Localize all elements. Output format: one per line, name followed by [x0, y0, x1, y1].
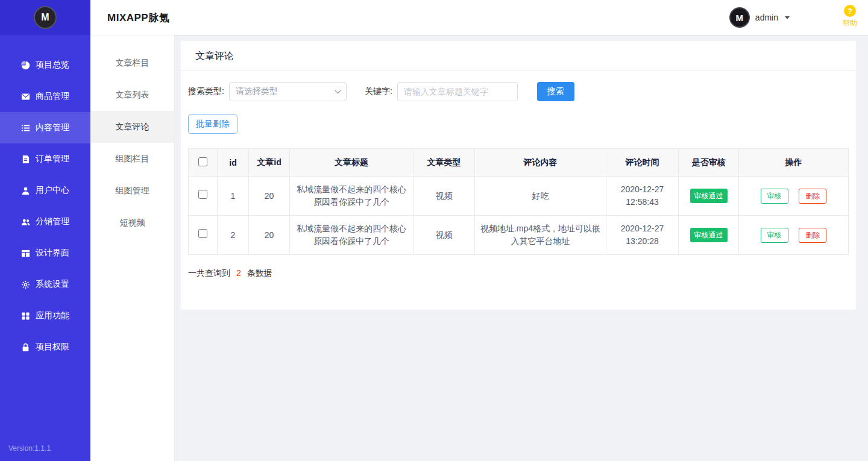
submenu-item-article-categories[interactable]: 文章栏目 — [90, 47, 174, 79]
cell-content: 视频地址.mp4格式，地址可以嵌入其它平台地址 — [475, 216, 606, 255]
question-mark-icon: ? — [844, 5, 856, 17]
cell-type: 视频 — [414, 177, 475, 216]
layout-icon — [21, 249, 30, 258]
sidebar-item-product-management[interactable]: 商品管理 — [0, 81, 90, 112]
select-all-cell — [189, 149, 218, 177]
content-card: 文章评论 搜索类型: 请选择类型 关键字: 搜索 批量删除 — [181, 41, 856, 310]
table-header-row: id 文章id 文章标题 文章类型 评论内容 评论时间 是否审核 操作 — [189, 149, 849, 177]
cell-article-id: 20 — [249, 216, 290, 255]
user-menu[interactable]: M admin — [729, 7, 790, 28]
col-header-audit: 是否审核 — [679, 149, 739, 177]
sidebar-item-label: 内容管理 — [36, 122, 69, 133]
secondary-sidebar: 文章栏目 文章列表 文章评论 组图栏目 组图管理 短视频 — [90, 35, 175, 461]
users-icon — [21, 218, 30, 227]
cell-id: 1 — [218, 177, 249, 216]
table-row: 1 20 私域流量做不起来的四个核心原因看你踩中了几个 视频 好吃 2020-1… — [189, 177, 849, 216]
app-root: M 项目总览 商品管理 内容管理 — [0, 0, 868, 461]
app-title: MIXAPP脉氪 — [107, 11, 169, 25]
mail-icon — [21, 92, 30, 101]
sidebar-item-project-permissions[interactable]: 项目权限 — [0, 331, 90, 363]
submenu-item-short-videos[interactable]: 短视频 — [90, 207, 174, 239]
sidebar-item-design-interface[interactable]: 设计界面 — [0, 237, 90, 269]
submenu-item-gallery-categories[interactable]: 组图栏目 — [90, 143, 174, 175]
sidebar-item-label: 商品管理 — [36, 91, 69, 102]
version-label: Version:1.1.1 — [8, 444, 51, 453]
sidebar-item-label: 分销管理 — [36, 216, 69, 227]
help-button[interactable]: ? 帮助 — [843, 5, 857, 28]
sidebar-item-app-functions[interactable]: 应用功能 — [0, 300, 90, 331]
sidebar-item-label: 系统设置 — [36, 279, 69, 290]
col-header-type: 文章类型 — [414, 149, 475, 177]
audit-button[interactable]: 审核 — [761, 189, 788, 204]
cell-content: 好吃 — [475, 177, 606, 216]
sidebar-item-user-center[interactable]: 用户中心 — [0, 175, 90, 206]
chevron-down-icon — [785, 16, 790, 19]
pie-chart-icon — [21, 61, 30, 70]
row-checkbox[interactable] — [198, 229, 207, 238]
topbar: MIXAPP脉氪 M admin ? 帮助 — [90, 0, 868, 35]
sidebar-item-order-management[interactable]: 订单管理 — [0, 143, 90, 175]
status-badge: 审核通过 — [690, 228, 728, 242]
search-type-value: 请选择类型 — [236, 86, 278, 97]
app-logo[interactable]: M — [0, 0, 90, 35]
comments-table-wrap: id 文章id 文章标题 文章类型 评论内容 评论时间 是否审核 操作 — [181, 134, 856, 255]
summary-suffix: 条数据 — [247, 268, 272, 278]
col-header-content: 评论内容 — [475, 149, 606, 177]
status-badge: 审核通过 — [690, 189, 728, 203]
col-header-time: 评论时间 — [606, 149, 679, 177]
submenu-item-article-list[interactable]: 文章列表 — [90, 79, 174, 111]
cell-title: 私域流量做不起来的四个核心原因看你踩中了几个 — [290, 216, 414, 255]
sidebar-item-system-settings[interactable]: 系统设置 — [0, 269, 90, 300]
apps-icon — [21, 312, 30, 321]
search-type-select[interactable]: 请选择类型 — [229, 82, 347, 101]
cell-time: 2020-12-27 13:20:28 — [606, 216, 679, 255]
lock-icon — [21, 343, 30, 352]
sidebar-item-distribution-management[interactable]: 分销管理 — [0, 206, 90, 237]
user-avatar: M — [729, 7, 750, 28]
cell-id: 2 — [218, 216, 249, 255]
chevron-down-icon — [335, 87, 341, 93]
comments-table: id 文章id 文章标题 文章类型 评论内容 评论时间 是否审核 操作 — [188, 148, 849, 255]
gear-icon — [21, 280, 30, 289]
result-summary: 一共查询到 2 条数据 — [181, 255, 856, 291]
sidebar-item-label: 设计界面 — [36, 248, 69, 259]
col-header-article-id: 文章id — [249, 149, 290, 177]
delete-button[interactable]: 删除 — [799, 189, 826, 204]
user-icon — [21, 186, 30, 195]
search-bar: 搜索类型: 请选择类型 关键字: 搜索 — [181, 71, 856, 101]
search-type-label: 搜索类型: — [188, 86, 224, 97]
table-toolbar: 批量删除 — [181, 101, 856, 134]
audit-button[interactable]: 审核 — [761, 228, 788, 243]
sidebar-item-project-overview[interactable]: 项目总览 — [0, 49, 90, 81]
page-title: 文章评论 — [181, 41, 856, 71]
keyword-input[interactable] — [397, 82, 518, 101]
col-header-title: 文章标题 — [290, 149, 414, 177]
cell-time: 2020-12-27 12:58:43 — [606, 177, 679, 216]
username-label: admin — [755, 13, 778, 22]
cell-title: 私域流量做不起来的四个核心原因看你踩中了几个 — [290, 177, 414, 216]
batch-delete-button[interactable]: 批量删除 — [188, 114, 237, 134]
primary-sidebar: M 项目总览 商品管理 内容管理 — [0, 0, 90, 461]
table-row: 2 20 私域流量做不起来的四个核心原因看你踩中了几个 视频 视频地址.mp4格… — [189, 216, 849, 255]
submenu-item-gallery-management[interactable]: 组图管理 — [90, 175, 174, 207]
help-label: 帮助 — [843, 18, 857, 28]
keyword-label: 关键字: — [365, 86, 392, 97]
sidebar-item-label: 用户中心 — [36, 185, 69, 196]
col-header-id: id — [218, 149, 249, 177]
list-icon — [21, 124, 30, 133]
submenu-item-article-comments[interactable]: 文章评论 — [90, 111, 174, 143]
col-header-actions: 操作 — [739, 149, 849, 177]
sidebar-item-label: 项目总览 — [36, 60, 69, 71]
search-button[interactable]: 搜索 — [537, 82, 574, 101]
delete-button[interactable]: 删除 — [799, 228, 826, 243]
logo-icon: M — [34, 6, 57, 29]
primary-menu: 项目总览 商品管理 内容管理 订单管理 — [0, 35, 90, 363]
main-content: 文章评论 搜索类型: 请选择类型 关键字: 搜索 批量删除 — [175, 35, 868, 461]
sidebar-item-content-management[interactable]: 内容管理 — [0, 112, 90, 143]
select-all-checkbox[interactable] — [198, 157, 207, 166]
document-icon — [21, 155, 30, 164]
cell-type: 视频 — [414, 216, 475, 255]
summary-prefix: 一共查询到 — [188, 268, 230, 278]
row-checkbox[interactable] — [198, 190, 207, 199]
summary-count: 2 — [236, 268, 241, 278]
